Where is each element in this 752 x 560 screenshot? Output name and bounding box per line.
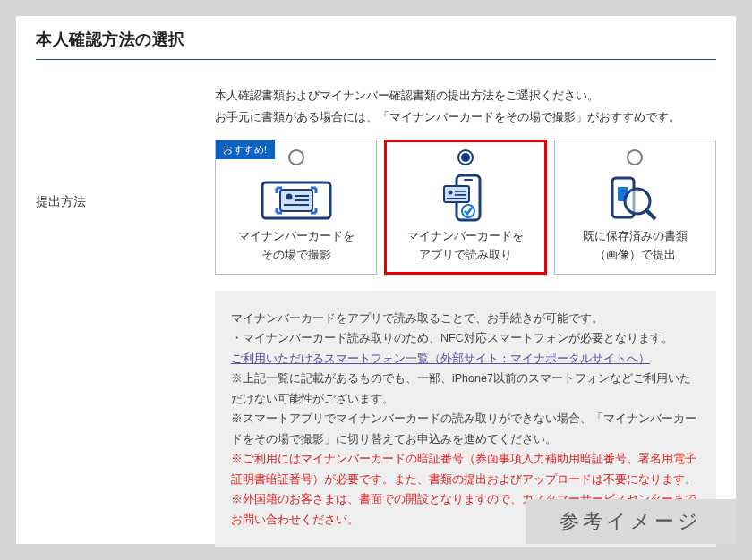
- svg-rect-5: [284, 204, 309, 206]
- svg-line-17: [646, 210, 655, 219]
- panel: 本人確認方法の選択 提出方法 本人確認書類およびマイナンバー確認書類の提出方法を…: [16, 16, 736, 544]
- info-head: マイナンバーカードをアプリで読み取ることで、お手続きが可能です。: [231, 309, 700, 329]
- external-link[interactable]: ご利用いただけるスマートフォン一覧（外部サイト：マイナポータルサイトへ）: [231, 352, 650, 365]
- option-card-camera[interactable]: おすすめ!: [215, 140, 377, 275]
- option-cards: おすすめ!: [215, 140, 716, 275]
- recommended-badge: おすすめ!: [216, 140, 275, 159]
- radio-checked-icon[interactable]: [457, 149, 474, 165]
- phone-magnify-icon: [560, 174, 710, 227]
- right-column: 本人確認書類およびマイナンバー確認書類の提出方法をご選択ください。 お手元に書類…: [215, 87, 716, 547]
- svg-rect-11: [455, 194, 466, 196]
- card-label: マイナンバーカードを その場で撮影: [221, 227, 371, 265]
- content: 提出方法 本人確認書類およびマイナンバー確認書類の提出方法をご選択ください。 お…: [36, 87, 716, 547]
- instruction-1: 本人確認書類およびマイナンバー確認書類の提出方法をご選択ください。: [215, 87, 716, 105]
- camera-capture-icon: [221, 174, 371, 227]
- svg-point-16: [625, 189, 650, 214]
- radio-unchecked-icon[interactable]: [627, 149, 643, 165]
- option-card-app-read[interactable]: マイナンバーカードを アプリで読み取り: [384, 140, 546, 275]
- submit-method-label: 提出方法: [36, 87, 215, 547]
- option-card-existing-image[interactable]: 既に保存済みの書類 （画像）で提出: [554, 140, 716, 275]
- info-note-1: ※上記一覧に記載があるものでも、一部、iPhone7以前のスマートフォンなどご利…: [231, 369, 700, 409]
- phone-nfc-icon: [390, 174, 540, 227]
- reference-image-label: 参考イメージ: [526, 499, 736, 544]
- page-title: 本人確認方法の選択: [36, 29, 716, 60]
- svg-rect-12: [447, 198, 466, 199]
- info-note-2: ※スマートアプリでマイナンバーカードの読み取りができない場合、「マイナンバーカー…: [231, 409, 700, 449]
- svg-rect-7: [464, 179, 473, 181]
- info-warning-1: ※ご利用にはマイナンバーカードの暗証番号（券面事項入力補助用暗証番号、署名用電子…: [231, 449, 700, 489]
- svg-point-2: [286, 194, 292, 200]
- radio-unchecked-icon[interactable]: [288, 149, 304, 165]
- info-bullet-1: ・マイナンバーカード読み取りのため、NFC対応スマートフォンが必要となります。: [231, 328, 700, 349]
- svg-point-9: [448, 191, 452, 195]
- instruction-2: お手元に書類がある場合には、「マイナンバーカードをその場で撮影」がおすすめです。: [215, 108, 716, 126]
- svg-rect-4: [295, 199, 309, 201]
- card-label: マイナンバーカードを アプリで読み取り: [390, 227, 540, 265]
- svg-rect-3: [295, 195, 309, 197]
- card-label: 既に保存済みの書類 （画像）で提出: [560, 227, 710, 265]
- svg-rect-10: [455, 191, 466, 192]
